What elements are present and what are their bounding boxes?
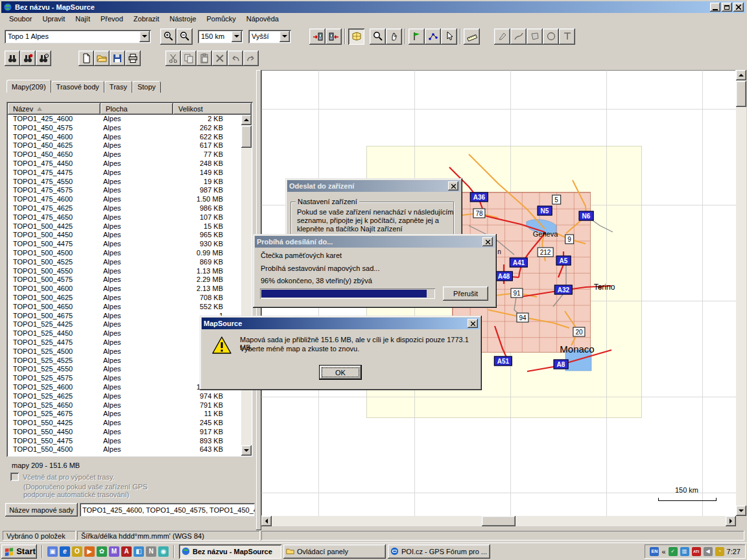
table-row[interactable]: TOPO1_475_4650Alpes107 KB <box>8 213 241 222</box>
display-tray-icon[interactable]: ▥ <box>680 547 689 556</box>
table-row[interactable]: TOPO1_450_4575Alpes262 KB <box>8 124 241 133</box>
mapset-name-button[interactable]: Název mapové sady <box>5 503 78 517</box>
media-player-icon[interactable]: ▶ <box>84 546 95 557</box>
waypoint-tool-button[interactable] <box>409 29 425 45</box>
menu-napoveda[interactable]: Nápověda <box>241 14 284 24</box>
find-button[interactable] <box>5 51 20 66</box>
dialog-titlebar[interactable]: Odeslat do zařízení <box>287 180 460 192</box>
close-button[interactable] <box>482 237 493 246</box>
zoom-out-button[interactable] <box>176 29 193 45</box>
receive-from-device-button[interactable] <box>326 29 342 45</box>
table-row[interactable]: TOPO1_475_4475Alpes149 KB <box>8 169 241 178</box>
notes-icon[interactable]: N <box>146 546 156 557</box>
tab-trasove-body[interactable]: Trasové body <box>51 81 104 93</box>
menu-upravit[interactable]: Upravit <box>37 14 70 24</box>
scheduler-tray-icon[interactable]: ◔ <box>715 547 724 556</box>
map-h-scrollbar[interactable] <box>261 516 736 526</box>
task-browser-poi[interactable]: POI.cz - GPS Fórum pro ... <box>388 544 490 559</box>
mapset-name-input[interactable]: TOPO1_425_4600, TOPO1_450_4575, TOPO1_45… <box>80 503 255 517</box>
close-button[interactable] <box>448 181 458 191</box>
table-row[interactable]: TOPO1_500_4625Alpes708 KB <box>8 294 241 303</box>
tab-mapy[interactable]: Mapy(209) <box>6 80 51 93</box>
table-row[interactable]: TOPO1_525_4675Alpes11 KB <box>8 410 241 419</box>
column-header-nazev[interactable]: Název <box>8 103 101 115</box>
clock[interactable]: 7:27 <box>727 548 741 555</box>
table-row[interactable]: TOPO1_500_4525Alpes869 KB <box>8 258 241 267</box>
cancel-button[interactable]: Přerušit <box>443 286 488 301</box>
volume-tray-icon[interactable]: ◀ <box>704 547 713 556</box>
route-data-checkbox[interactable] <box>10 472 19 481</box>
menu-najit[interactable]: Najít <box>70 14 95 24</box>
open-button[interactable] <box>94 51 110 66</box>
menu-zobrazit[interactable]: Zobrazit <box>128 14 165 24</box>
menu-soubor[interactable]: Soubor <box>4 14 37 24</box>
table-row[interactable]: TOPO1_475_4625Alpes986 KB <box>8 204 241 213</box>
table-row[interactable]: TOPO1_475_4575Alpes987 KB <box>8 186 241 195</box>
save-button[interactable] <box>110 51 125 66</box>
table-row[interactable]: TOPO1_525_4650Alpes791 KB <box>8 401 241 410</box>
zoom-in-button[interactable] <box>160 29 176 45</box>
close-button[interactable] <box>468 319 478 328</box>
explorer-icon[interactable]: ◧ <box>134 546 144 557</box>
scrollbar-thumb[interactable] <box>736 81 746 107</box>
minimize-button[interactable] <box>710 3 720 12</box>
menu-nastroje[interactable]: Nástroje <box>165 14 202 24</box>
zoom-tool-button[interactable] <box>370 29 386 45</box>
scroll-up-button[interactable] <box>241 115 252 125</box>
globe-shortcut-icon[interactable]: ◉ <box>158 546 169 557</box>
ie-icon[interactable]: e <box>60 546 70 557</box>
table-row[interactable]: TOPO1_500_4650Alpes552 KB <box>8 303 241 312</box>
table-row[interactable]: TOPO1_500_4600Alpes2.13 MB <box>8 285 241 294</box>
table-row[interactable]: TOPO1_550_4450Alpes917 KB <box>8 428 241 437</box>
scroll-right-button[interactable] <box>726 516 736 526</box>
language-indicator[interactable]: EN <box>650 547 659 556</box>
table-row[interactable]: TOPO1_450_4650Alpes77 KB <box>8 150 241 159</box>
table-scrollbar[interactable] <box>241 115 252 456</box>
detail-level-combo[interactable]: Vyšší <box>248 30 291 43</box>
table-row[interactable]: TOPO1_450_4625Alpes617 KB <box>8 141 241 150</box>
start-button[interactable]: Start <box>1 544 37 559</box>
table-row[interactable]: TOPO1_475_4600Alpes1.50 MB <box>8 195 241 204</box>
zoom-scale-combo[interactable]: 150 km <box>198 30 243 43</box>
table-row[interactable]: TOPO1_500_4575Alpes2.29 MB <box>8 275 241 285</box>
table-row[interactable]: TOPO1_550_4500Alpes643 KB <box>8 445 241 454</box>
table-row[interactable]: TOPO1_525_4625Alpes974 KB <box>8 392 241 401</box>
messenger-icon[interactable]: M <box>109 546 119 557</box>
map-select-tool-button[interactable] <box>348 29 364 45</box>
find-nearest-button[interactable] <box>20 51 36 66</box>
close-button[interactable] <box>733 3 744 12</box>
dialog-titlebar[interactable]: MapSource <box>202 318 480 329</box>
column-header-velikost[interactable]: Velikost <box>173 103 252 115</box>
tray-collapse-chevron[interactable]: « <box>661 548 665 555</box>
send-to-device-button[interactable] <box>309 29 326 45</box>
table-row[interactable]: TOPO1_550_4425Alpes245 KB <box>8 419 241 428</box>
chevron-down-icon[interactable] <box>231 31 242 42</box>
acrobat-icon[interactable]: A <box>121 546 132 557</box>
outlook-icon[interactable]: O <box>72 546 82 557</box>
scroll-up-button[interactable] <box>736 70 746 80</box>
table-row[interactable]: TOPO1_500_4475Alpes930 KB <box>8 240 241 249</box>
scroll-left-button[interactable] <box>261 516 272 526</box>
new-button[interactable] <box>78 51 94 66</box>
chevron-down-icon[interactable] <box>139 31 150 42</box>
ati-tray-icon[interactable]: ATI <box>692 547 701 556</box>
chevron-down-icon[interactable] <box>279 31 290 42</box>
tab-stopy[interactable]: Stopy <box>132 81 161 93</box>
scrollbar-thumb[interactable] <box>241 126 252 148</box>
scroll-down-button[interactable] <box>736 506 746 516</box>
table-row[interactable]: TOPO1_425_4600Alpes2 KB <box>8 115 241 124</box>
icq-icon[interactable]: ✿ <box>97 546 107 557</box>
scrollbar-thumb[interactable] <box>482 516 516 526</box>
task-control-panel[interactable]: Ovládací panely <box>283 544 386 559</box>
map-v-scrollbar[interactable] <box>736 70 746 516</box>
dialog-titlebar[interactable]: Probíhá odesílání do... <box>255 236 495 248</box>
tab-trasy[interactable]: Trasy <box>104 81 132 93</box>
table-row[interactable]: TOPO1_500_4450Alpes965 KB <box>8 231 241 240</box>
print-button[interactable] <box>125 51 141 66</box>
scroll-down-button[interactable] <box>241 445 252 456</box>
table-row[interactable]: TOPO1_550_4475Alpes893 KB <box>8 437 241 446</box>
show-desktop-icon[interactable]: ▣ <box>47 546 58 557</box>
column-header-plocha[interactable]: Plocha <box>101 103 173 115</box>
menu-prevod[interactable]: Převod <box>95 14 128 24</box>
restore-button[interactable] <box>722 3 732 12</box>
